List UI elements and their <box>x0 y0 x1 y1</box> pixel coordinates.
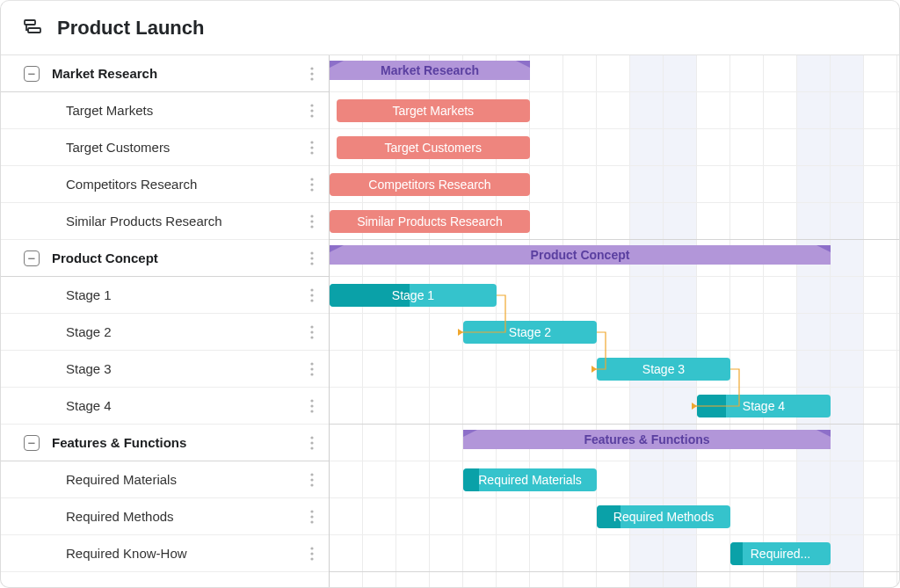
task-bar[interactable]: Target Markets <box>337 99 530 122</box>
bar-label: Stage 4 <box>704 399 824 413</box>
svg-point-38 <box>310 510 313 512</box>
row-divider <box>330 128 899 129</box>
collapse-toggle[interactable]: − <box>24 66 40 82</box>
svg-point-34 <box>310 446 313 449</box>
timeline[interactable]: Market ResearchTarget MarketsTarget Cust… <box>330 55 899 587</box>
collapse-toggle[interactable]: − <box>24 435 40 451</box>
more-icon[interactable] <box>304 287 320 303</box>
task-bar[interactable]: Stage 3 <box>597 358 730 381</box>
more-icon[interactable] <box>304 250 320 266</box>
task-label-cell: Required Materials <box>1 461 329 497</box>
more-icon[interactable] <box>304 214 320 229</box>
svg-point-13 <box>310 188 313 191</box>
collapse-toggle[interactable]: − <box>24 250 40 266</box>
task-label[interactable]: Stage 2 <box>66 324 304 339</box>
svg-point-35 <box>310 473 313 475</box>
task-bar[interactable]: Required Methods <box>597 505 730 528</box>
more-icon[interactable] <box>304 435 320 451</box>
svg-point-7 <box>310 114 313 117</box>
task-bar[interactable]: Similar Products Research <box>330 210 530 233</box>
more-icon[interactable] <box>304 509 320 525</box>
svg-point-22 <box>310 299 313 301</box>
bar-label: Required... <box>737 547 824 561</box>
svg-point-32 <box>310 436 313 439</box>
task-label-cell: Required Methods <box>1 498 329 534</box>
task-bar[interactable]: Stage 1 <box>330 284 497 307</box>
task-label[interactable]: Required Methods <box>66 509 304 524</box>
page-title: Product Launch <box>57 17 204 40</box>
section-row: −Product Concept <box>1 240 329 277</box>
row-divider <box>330 202 899 203</box>
task-label-cell: Target Customers <box>1 129 329 165</box>
task-label[interactable]: Similar Products Research <box>66 214 304 229</box>
row-divider <box>330 497 899 498</box>
more-icon[interactable] <box>304 103 320 119</box>
more-icon[interactable] <box>304 472 320 488</box>
task-label[interactable]: Required Know-How <box>66 546 304 561</box>
svg-point-33 <box>310 441 313 444</box>
more-icon[interactable] <box>304 546 320 562</box>
grid-column <box>831 55 864 587</box>
row-divider <box>330 534 899 535</box>
more-icon[interactable] <box>304 66 320 82</box>
svg-point-2 <box>310 67 313 69</box>
gantt-app: Product Launch −Market Research Target M… <box>0 0 900 588</box>
more-icon[interactable] <box>304 398 320 414</box>
task-bar[interactable]: Required... <box>730 542 831 565</box>
bar-label: Competitors Research <box>337 178 523 192</box>
svg-point-36 <box>310 478 313 481</box>
group-bar[interactable]: Product Concept <box>330 245 831 265</box>
more-icon[interactable] <box>304 140 320 156</box>
task-label-cell: Stage 2 <box>1 314 329 350</box>
bar-label: Target Customers <box>344 141 523 155</box>
task-label[interactable]: Target Markets <box>66 103 304 118</box>
section-label[interactable]: Product Concept <box>52 250 304 265</box>
group-bar[interactable]: Features & Functions <box>463 430 831 449</box>
row-divider <box>330 91 899 92</box>
svg-point-15 <box>310 220 313 222</box>
bar-label: Target Markets <box>344 104 523 118</box>
bar-label: Required Methods <box>604 510 723 524</box>
task-label[interactable]: Target Customers <box>66 140 304 155</box>
svg-point-43 <box>310 557 313 560</box>
task-row: Similar Products Research <box>1 203 329 240</box>
task-label[interactable]: Competitors Research <box>66 177 304 192</box>
bar-label: Stage 1 <box>337 288 490 302</box>
task-label[interactable]: Required Materials <box>66 472 304 487</box>
svg-point-20 <box>310 288 313 291</box>
task-label[interactable]: Stage 4 <box>66 398 304 413</box>
task-label-cell: Target Markets <box>1 92 329 128</box>
task-bar[interactable]: Competitors Research <box>330 173 530 196</box>
gantt-icon <box>22 18 43 39</box>
task-bar[interactable]: Stage 2 <box>463 321 597 344</box>
section-label[interactable]: Market Research <box>52 66 304 81</box>
svg-point-16 <box>310 225 313 228</box>
svg-point-28 <box>310 373 313 375</box>
section-row: −Market Research <box>1 55 329 92</box>
grid-column <box>797 55 831 587</box>
task-row: Required Know-How <box>1 535 329 572</box>
grid-column <box>897 55 899 587</box>
bar-label: Required Materials <box>470 473 590 487</box>
more-icon[interactable] <box>304 324 320 340</box>
svg-point-5 <box>310 104 313 106</box>
task-row: Stage 1 <box>1 277 329 314</box>
task-label[interactable]: Stage 3 <box>66 361 304 376</box>
row-divider <box>330 461 899 461</box>
task-list: −Market Research Target Markets Target C… <box>1 55 330 587</box>
more-icon[interactable] <box>304 177 320 192</box>
task-bar[interactable]: Target Customers <box>337 136 530 159</box>
task-bar[interactable]: Required Materials <box>463 468 597 491</box>
task-label[interactable]: Stage 1 <box>66 287 304 302</box>
bar-label: Stage 3 <box>604 362 723 376</box>
svg-point-31 <box>310 410 313 412</box>
task-bar[interactable]: Stage 4 <box>697 395 831 417</box>
section-label[interactable]: Features & Functions <box>52 435 304 450</box>
gantt-panel: −Market Research Target Markets Target C… <box>1 55 899 587</box>
section-row: −Features & Functions <box>1 425 329 461</box>
svg-point-8 <box>310 141 313 143</box>
group-bar[interactable]: Market Research <box>330 61 530 80</box>
more-icon[interactable] <box>304 361 320 377</box>
svg-point-19 <box>310 262 313 265</box>
row-divider <box>330 424 899 425</box>
